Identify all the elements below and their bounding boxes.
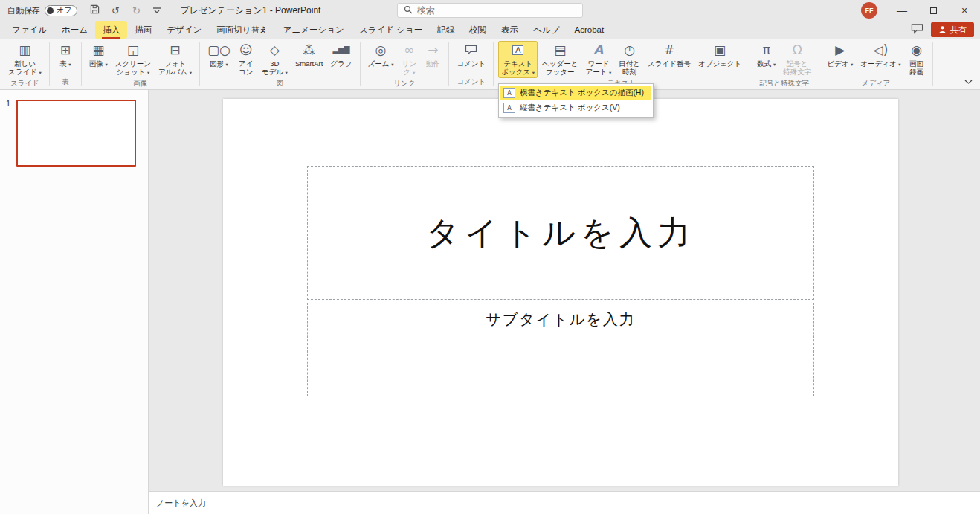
search-input[interactable] <box>417 5 576 16</box>
tab-draw[interactable]: 描画 <box>127 21 159 39</box>
tab-design[interactable]: デザイン <box>159 21 209 39</box>
ribbon-tabs: ファイルホーム挿入描画デザイン画面切り替えアニメーションスライド ショー記録校閲… <box>4 21 611 39</box>
slide-number-icon: # <box>664 42 674 57</box>
button-label: リンク ▾ <box>402 60 416 77</box>
tab-transitions[interactable]: 画面切り替え <box>209 21 276 39</box>
toggle-knob <box>47 7 54 14</box>
search-icon <box>404 5 413 16</box>
redo-button[interactable]: ↻ <box>126 1 146 19</box>
group-separator <box>819 42 819 86</box>
tab-file[interactable]: ファイル <box>4 21 54 39</box>
button-label: ヘッダーとフッター <box>542 60 578 77</box>
date-time-icon: ◷ <box>624 42 635 57</box>
icons-icon: ☺ <box>239 42 253 57</box>
menu-item-label: 横書きテキスト ボックスの描画(H) <box>520 88 644 98</box>
smartart-button[interactable]: ⁂SmartArt <box>292 41 326 78</box>
screenshot-button[interactable]: ◲スクリーンショット ▾ <box>112 41 154 78</box>
ribbon-groups: ▥新しいスライド ▾スライド⊞表 ▾表▦画像 ▾◲スクリーンショット ▾⊟フォト… <box>2 39 935 89</box>
button-label: ズーム ▾ <box>368 60 394 68</box>
autosave-label: 自動保存 <box>7 5 40 16</box>
group-separator <box>199 42 200 86</box>
tab-record[interactable]: 記録 <box>430 21 462 39</box>
button-label: オブジェクト <box>698 60 741 68</box>
wordart-button[interactable]: Aワードアート ▾ <box>582 41 614 78</box>
close-button[interactable]: × <box>949 0 980 21</box>
table-button[interactable]: ⊞表 ▾ <box>54 41 77 77</box>
save-button[interactable] <box>85 1 104 19</box>
wordart-icon: A <box>594 42 603 57</box>
subtitle-placeholder[interactable]: サブタイトルを入力 <box>307 303 814 396</box>
notes-pane[interactable]: ノートを入力 <box>149 491 980 514</box>
pictures-button[interactable]: ▦画像 ▾ <box>86 41 111 78</box>
ribbon: ▥新しいスライド ▾スライド⊞表 ▾表▦画像 ▾◲スクリーンショット ▾⊟フォト… <box>0 39 980 90</box>
tab-view[interactable]: 表示 <box>494 21 526 39</box>
ribbon-group-slides: ▥新しいスライド ▾スライド <box>2 39 48 89</box>
zoom-button[interactable]: ◎ズーム ▾ <box>365 41 397 78</box>
header-footer-button[interactable]: ▤ヘッダーとフッター <box>539 41 581 78</box>
equation-button[interactable]: π数式 ▾ <box>754 41 778 78</box>
tab-review[interactable]: 校閲 <box>462 21 494 39</box>
slide-thumbnail[interactable] <box>16 100 136 167</box>
button-label: ワードアート ▾ <box>585 60 611 77</box>
button-label: 新しいスライド ▾ <box>8 60 42 77</box>
shapes-button[interactable]: ▢○図形 ▾ <box>204 41 233 78</box>
icons-button[interactable]: ☺アイコン <box>235 41 257 78</box>
close-icon: × <box>961 4 967 16</box>
document-title: プレゼンテーション1 - PowerPoint <box>180 4 320 17</box>
group-label: コメント <box>451 77 491 89</box>
date-time-button[interactable]: ◷日付と時刻 <box>616 41 643 78</box>
new-slide-button[interactable]: ▥新しいスライド ▾ <box>5 41 45 78</box>
autosave-toggle[interactable]: 自動保存 オフ <box>7 5 77 16</box>
ribbon-group-illustrations: ▢○図形 ▾☺アイコン◇3Dモデル ▾⁂SmartArt▂▅▇グラフ図 <box>202 39 358 89</box>
slide[interactable]: タイトルを入力 サブタイトルを入力 <box>223 99 898 486</box>
new-slide-icon: ▥ <box>19 42 30 57</box>
group-separator <box>49 42 50 86</box>
audio-button[interactable]: ◁)オーディオ ▾ <box>857 41 903 78</box>
chart-button[interactable]: ▂▅▇グラフ <box>327 41 355 78</box>
button-label: 画像 ▾ <box>89 60 108 68</box>
button-label: 表 ▾ <box>59 60 71 68</box>
group-separator <box>81 42 82 86</box>
3d-models-button[interactable]: ◇3Dモデル ▾ <box>259 41 291 78</box>
group-label: リンク <box>362 78 448 91</box>
tab-slideshow[interactable]: スライド ショー <box>352 21 430 39</box>
comments-pane-button[interactable] <box>911 23 923 36</box>
titlebar: 自動保存 オフ ↺ ↻ プレゼンテーション1 - PowerPoint FF — <box>0 0 980 21</box>
tab-acrobat[interactable]: Acrobat <box>567 21 612 39</box>
share-button[interactable]: 共有 <box>931 22 974 37</box>
screen-recording-button[interactable]: ◉画面録画 <box>906 41 928 78</box>
button-label: スクリーンショット ▾ <box>115 60 151 77</box>
video-icon: ▶ <box>835 42 845 57</box>
group-separator <box>493 42 494 86</box>
collapse-ribbon-button[interactable] <box>964 76 973 87</box>
group-label: 表 <box>51 77 80 89</box>
minimize-button[interactable]: — <box>886 0 918 21</box>
equation-icon: π <box>763 42 770 57</box>
tab-home[interactable]: ホーム <box>54 21 95 39</box>
object-button[interactable]: ▣オブジェクト <box>695 41 744 78</box>
undo-button[interactable]: ↺ <box>106 1 125 19</box>
tab-insert[interactable]: 挿入 <box>95 21 127 39</box>
title-placeholder[interactable]: タイトルを入力 <box>307 166 814 300</box>
search-box[interactable] <box>397 3 583 18</box>
ribbon-tab-row: ファイルホーム挿入描画デザイン画面切り替えアニメーションスライド ショー記録校閲… <box>0 21 980 39</box>
customize-quick-access-button[interactable] <box>147 1 167 19</box>
maximize-button[interactable] <box>918 0 949 21</box>
photo-album-button[interactable]: ⊟フォトアルバム ▾ <box>155 41 195 78</box>
comment-button[interactable]: コメント <box>454 41 489 77</box>
video-button[interactable]: ▶ビデオ ▾ <box>824 41 856 78</box>
tab-animations[interactable]: アニメーション <box>276 21 352 39</box>
account-avatar[interactable]: FF <box>861 2 877 19</box>
menu-item-vertical-text-box[interactable]: A縦書きテキスト ボックス(V) <box>500 100 651 115</box>
text-box-button[interactable]: Aテキストボックス ▾ <box>498 41 538 78</box>
menu-item-draw-horizontal-text-box[interactable]: A横書きテキスト ボックスの描画(H) <box>500 86 651 100</box>
ribbon-group-media: ▶ビデオ ▾◁)オーディオ ▾◉画面録画メディア <box>821 39 930 89</box>
slide-number-button[interactable]: #スライド番号 <box>645 41 694 78</box>
comment-icon <box>465 42 477 57</box>
maximize-icon <box>930 7 937 14</box>
share-person-icon <box>938 25 947 35</box>
slide-number-label: 1 <box>6 99 10 108</box>
tab-help[interactable]: ヘルプ <box>526 21 567 39</box>
group-separator <box>749 42 749 86</box>
autosave-switch[interactable]: オフ <box>45 5 77 16</box>
